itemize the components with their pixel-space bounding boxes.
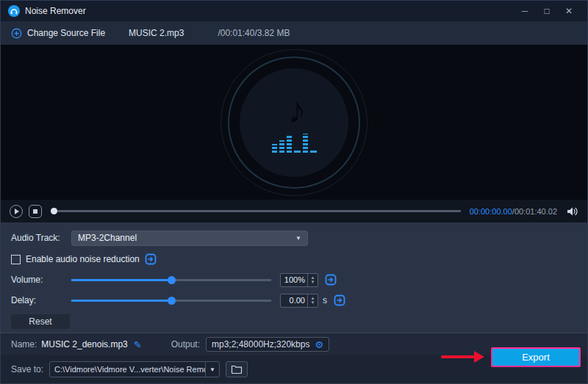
close-button[interactable]: ✕ bbox=[558, 1, 580, 21]
output-format-group: Output: mp3;2;48000Hz;320kbps ⚙ bbox=[171, 337, 329, 352]
window-controls: ─ □ ✕ bbox=[514, 1, 580, 21]
delay-unit: s bbox=[323, 295, 327, 305]
volume-fill bbox=[71, 279, 171, 281]
volume-label: Volume: bbox=[11, 275, 71, 285]
delay-label: Delay: bbox=[11, 295, 71, 305]
apply-to-all-icon[interactable] bbox=[334, 294, 345, 306]
source-file-name: MUSIC 2.mp3 bbox=[129, 28, 184, 38]
spinner-down-icon[interactable]: ▼ bbox=[311, 280, 315, 284]
spinner-down-icon[interactable]: ▼ bbox=[311, 300, 315, 305]
gear-icon[interactable]: ⚙ bbox=[315, 340, 323, 349]
source-bar: Change Source File MUSIC 2.mp3 /00:01:40… bbox=[1, 21, 587, 45]
open-folder-button[interactable] bbox=[226, 361, 248, 377]
time-total: /00:01:40.02 bbox=[512, 207, 557, 216]
source-file-info: /00:01:40/3.82 MB bbox=[218, 28, 290, 38]
settings-panel: Audio Track: MP3-2Channel ▼ Enable audio… bbox=[1, 222, 587, 333]
delay-fill bbox=[71, 300, 171, 302]
equalizer-bars bbox=[272, 132, 317, 153]
minimize-button[interactable]: ─ bbox=[514, 1, 536, 21]
output-file-name: MUSIC 2_denois.mp3 bbox=[41, 339, 127, 349]
noise-remover-window: Noise Remover ─ □ ✕ Change Source File M… bbox=[0, 0, 588, 384]
audio-track-label: Audio Track: bbox=[11, 233, 71, 243]
delay-handle[interactable] bbox=[168, 297, 176, 305]
save-to-label: Save to: bbox=[11, 364, 43, 374]
output-format-value: mp3;2;48000Hz;320kbps bbox=[212, 339, 309, 349]
stop-button[interactable] bbox=[29, 205, 42, 218]
delay-value-box[interactable]: 0.00 ▲▼ bbox=[280, 294, 318, 308]
export-button[interactable]: Export bbox=[491, 347, 581, 367]
chevron-down-icon: ▼ bbox=[295, 235, 301, 242]
volume-value-box[interactable]: 100% ▲▼ bbox=[280, 273, 318, 287]
maximize-button[interactable]: □ bbox=[536, 1, 558, 21]
edit-name-icon[interactable]: ✎ bbox=[134, 339, 142, 350]
play-button[interactable] bbox=[10, 205, 23, 218]
apply-to-all-icon[interactable] bbox=[145, 253, 157, 265]
app-title: Noise Remover bbox=[25, 6, 86, 16]
titlebar: Noise Remover ─ □ ✕ bbox=[1, 1, 587, 21]
progress-handle[interactable] bbox=[51, 208, 57, 214]
time-current: 00:00:00.00 bbox=[470, 207, 512, 216]
equalizer-bar bbox=[303, 134, 308, 153]
playback-progress-slider[interactable] bbox=[51, 204, 461, 219]
change-source-file-button[interactable]: Change Source File bbox=[11, 28, 105, 39]
time-display: 00:00:00.00/00:01:40.02 bbox=[470, 207, 557, 216]
audio-track-value: MP3-2Channel bbox=[78, 233, 137, 243]
volume-handle[interactable] bbox=[168, 276, 176, 284]
save-path-dropdown-caret[interactable]: ▼ bbox=[205, 362, 219, 377]
delay-slider[interactable] bbox=[71, 293, 271, 308]
progress-track bbox=[51, 210, 461, 212]
volume-spinner[interactable]: ▲▼ bbox=[307, 274, 318, 286]
volume-speaker-icon[interactable] bbox=[566, 206, 578, 217]
save-path-box[interactable]: C:\Vidmore\Vidmore V...verter\Noise Remo… bbox=[49, 361, 220, 377]
volume-value: 100% bbox=[281, 274, 307, 286]
noise-reduction-checkbox[interactable] bbox=[11, 255, 21, 264]
preview-area: ♪ bbox=[1, 45, 587, 200]
stop-icon bbox=[33, 209, 37, 214]
delay-spinner[interactable]: ▲▼ bbox=[307, 294, 318, 307]
folder-icon bbox=[231, 364, 243, 374]
name-label: Name: bbox=[11, 339, 37, 349]
apply-to-all-icon[interactable] bbox=[325, 274, 337, 286]
equalizer-bar bbox=[272, 144, 277, 153]
equalizer-bar bbox=[310, 151, 317, 153]
change-source-label: Change Source File bbox=[27, 28, 105, 38]
delay-value: 0.00 bbox=[281, 294, 307, 307]
volume-slider[interactable] bbox=[71, 272, 271, 287]
preview-disc: ♪ bbox=[240, 68, 348, 177]
music-note-icon: ♪ bbox=[288, 92, 306, 128]
audio-track-dropdown[interactable]: MP3-2Channel ▼ bbox=[71, 231, 308, 246]
save-path-value: C:\Vidmore\Vidmore V...verter\Noise Remo… bbox=[50, 362, 205, 377]
output-format-box[interactable]: mp3;2;48000Hz;320kbps ⚙ bbox=[206, 337, 329, 352]
equalizer-bar bbox=[279, 140, 284, 153]
equalizer-bar bbox=[287, 136, 292, 153]
play-icon bbox=[15, 209, 19, 214]
player-bar: 00:00:00.00/00:01:40.02 bbox=[1, 200, 587, 222]
noise-reduction-label: Enable audio noise reduction bbox=[26, 254, 140, 264]
add-circle-icon bbox=[11, 28, 22, 39]
equalizer-bar bbox=[294, 151, 301, 153]
reset-button[interactable]: Reset bbox=[11, 314, 70, 329]
output-label: Output: bbox=[171, 339, 200, 349]
app-logo-icon bbox=[8, 5, 20, 17]
